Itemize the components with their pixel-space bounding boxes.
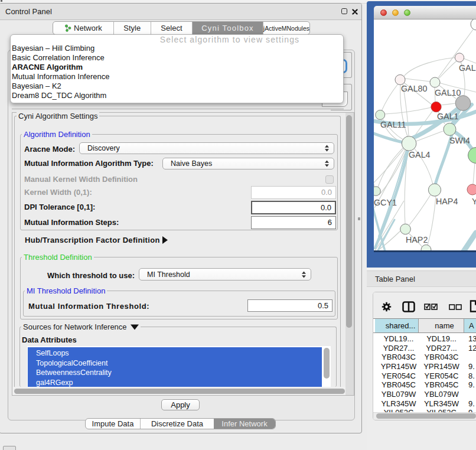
svg-text:GAL7: GAL7	[459, 63, 476, 73]
svg-text:HAP4: HAP4	[436, 197, 458, 206]
svg-text:GAL11: GAL11	[380, 120, 406, 129]
svg-text:HAP2: HAP2	[406, 235, 428, 244]
svg-text:GCY1: GCY1	[374, 198, 397, 207]
svg-text:GAL4: GAL4	[409, 150, 431, 159]
svg-text:GAL80: GAL80	[401, 84, 428, 93]
svg-text:YJ: YJ	[472, 197, 476, 206]
svg-text:GAL1: GAL1	[437, 112, 459, 121]
svg-text:SWI4: SWI4	[449, 136, 470, 145]
svg-text:GAL10: GAL10	[435, 88, 461, 97]
